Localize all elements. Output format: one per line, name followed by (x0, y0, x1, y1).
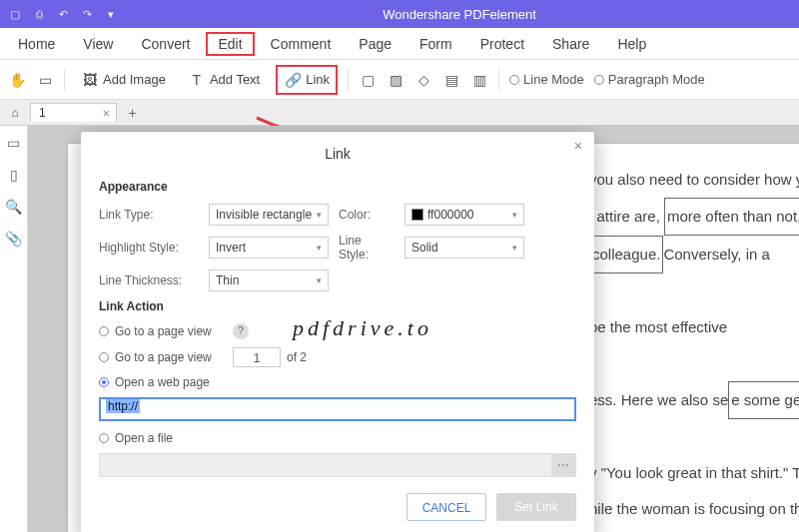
file-path-input[interactable]: ⋯ (99, 453, 576, 477)
open-file-option[interactable]: Open a file (99, 431, 576, 445)
paragraph-mode-label: Paragraph Mode (608, 72, 705, 87)
thumbnails-icon[interactable]: ▭ (5, 134, 23, 152)
page-of-label: of 2 (287, 350, 307, 364)
menubar: Home View Convert Edit Comment Page Form… (0, 28, 799, 60)
chevron-down-icon: ▾ (317, 275, 322, 285)
open-webpage-option[interactable]: Open a web page (99, 375, 576, 389)
cancel-button[interactable]: CANCEL (406, 493, 486, 521)
line-thickness-label: Line Thickness: (99, 273, 199, 287)
color-label: Color: (339, 208, 395, 222)
add-text-label: Add Text (210, 72, 260, 87)
menu-help[interactable]: Help (605, 32, 658, 56)
attachments-icon[interactable]: 📎 (5, 230, 23, 248)
doc-text: y "You look great in that shirt." T (589, 464, 799, 481)
chevron-down-icon: ▾ (317, 210, 322, 220)
qat-more-icon[interactable]: ▾ (104, 7, 118, 21)
appearance-heading: Appearance (99, 180, 576, 194)
new-tab-button[interactable]: + (123, 105, 143, 121)
menu-home[interactable]: Home (6, 32, 67, 56)
line-style-combo[interactable]: Solid▾ (404, 237, 524, 259)
document-tab[interactable]: 1× (30, 103, 117, 122)
hand-tool-icon[interactable]: ✋ (8, 71, 26, 89)
line-style-label: Line Style: (339, 234, 395, 262)
link-icon: 🔗 (284, 71, 302, 89)
separator (64, 69, 65, 91)
doc-text: ess. Here we also see some ge (589, 391, 799, 408)
menu-protect[interactable]: Protect (468, 32, 536, 56)
set-link-button[interactable]: Set Link (496, 493, 576, 521)
menu-share[interactable]: Share (540, 32, 601, 56)
doc-text: hile the woman is focusing on th (589, 500, 799, 517)
qat-save-icon[interactable]: ▢ (8, 7, 22, 21)
dialog-close-button[interactable]: × (568, 136, 588, 156)
chevron-down-icon: ▾ (512, 243, 517, 253)
link-button[interactable]: 🔗Link (276, 65, 338, 95)
chevron-down-icon: ▾ (317, 243, 322, 253)
watermark-icon[interactable]: ▨ (387, 71, 404, 89)
bookmarks-icon[interactable]: ▯ (5, 166, 23, 184)
doc-text: you also need to consider how y (589, 171, 799, 188)
dialog-title: Link (99, 146, 576, 162)
qat-undo-icon[interactable]: ↶ (56, 7, 70, 21)
add-image-button[interactable]: 🖼Add Image (75, 67, 172, 93)
browse-file-button[interactable]: ⋯ (551, 454, 575, 476)
highlight-style-combo[interactable]: Invert▾ (209, 237, 329, 259)
line-thickness-combo[interactable]: Thin▾ (209, 269, 329, 291)
menu-view[interactable]: View (71, 32, 125, 56)
link-label: Link (306, 72, 330, 87)
page-number-input[interactable]: 1 (233, 347, 281, 367)
search-icon[interactable]: 🔍 (5, 198, 23, 216)
add-image-label: Add Image (103, 72, 166, 87)
header-footer-icon[interactable]: ▤ (442, 71, 460, 89)
highlight-style-label: Highlight Style: (99, 241, 199, 255)
menu-convert[interactable]: Convert (129, 32, 202, 56)
link-type-combo[interactable]: Invisible rectangle▾ (209, 204, 329, 226)
background-icon[interactable]: ◇ (414, 71, 432, 89)
color-combo[interactable]: ff000000▾ (404, 204, 524, 226)
link-type-label: Link Type: (99, 208, 199, 222)
goto-pageview-num-option[interactable]: Go to a page view1of 2 (99, 347, 576, 367)
tab-label: 1 (39, 106, 46, 120)
tab-close-icon[interactable]: × (103, 107, 110, 121)
qat-print-icon[interactable]: ⎙ (32, 7, 46, 21)
url-input[interactable]: http:// (99, 397, 576, 421)
menu-page[interactable]: Page (347, 32, 403, 56)
menu-form[interactable]: Form (407, 32, 464, 56)
menu-edit[interactable]: Edit (206, 32, 254, 56)
menu-comment[interactable]: Comment (259, 32, 344, 56)
text-icon: T (188, 71, 206, 89)
doc-text: l attire are, more often than not, (589, 208, 799, 225)
help-icon[interactable]: ? (233, 323, 249, 339)
line-mode-radio[interactable]: Line Mode (509, 72, 584, 87)
select-tool-icon[interactable]: ▭ (36, 71, 54, 89)
add-text-button[interactable]: TAdd Text (182, 67, 266, 93)
chevron-down-icon: ▾ (512, 210, 517, 220)
qat-redo-icon[interactable]: ↷ (80, 7, 94, 21)
bates-icon[interactable]: ▥ (470, 71, 488, 89)
link-action-heading: Link Action (99, 299, 576, 313)
watermark-text: pdfdrive.to (293, 315, 432, 341)
home-tab-icon[interactable]: ⌂ (6, 104, 24, 122)
crop-icon[interactable]: ▢ (359, 71, 377, 89)
separator (348, 69, 349, 91)
paragraph-mode-radio[interactable]: Paragraph Mode (594, 72, 705, 87)
separator (498, 69, 499, 91)
app-title: Wondershare PDFelement (128, 7, 791, 22)
line-mode-label: Line Mode (523, 72, 584, 87)
image-icon: 🖼 (81, 71, 99, 89)
